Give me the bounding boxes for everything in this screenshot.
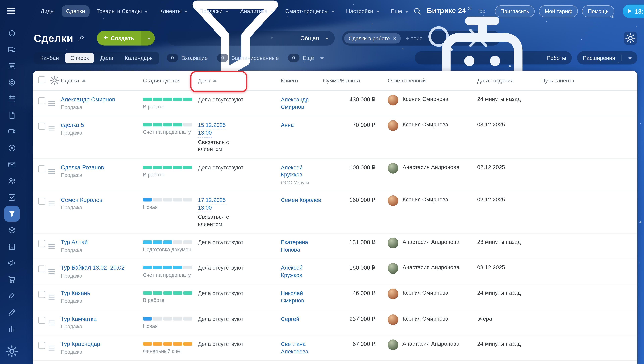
topnav-item[interactable]: Сделки xyxy=(62,5,90,17)
sidebar-item-inventory[interactable] xyxy=(4,222,20,238)
deal-name-link[interactable]: Тур Казань xyxy=(61,290,143,297)
grid-settings-gear-icon[interactable] xyxy=(49,74,61,86)
create-button[interactable]: + Создать xyxy=(97,31,141,46)
view-tab[interactable]: Список xyxy=(65,53,94,63)
pulse-icon[interactable] xyxy=(477,7,486,15)
sidebar-item-mail[interactable] xyxy=(4,157,20,172)
table-row[interactable]: Тур Казань Продажа В работе Дела отсутст… xyxy=(33,284,637,310)
column-header-deal[interactable]: Сделка xyxy=(61,78,143,84)
view-tab[interactable]: Календарь xyxy=(119,53,158,63)
page-settings-button[interactable] xyxy=(624,32,637,45)
drag-handle-icon[interactable] xyxy=(49,269,55,274)
row-checkbox[interactable] xyxy=(38,240,45,247)
brand-logo[interactable]: Битрикс 24 xyxy=(427,7,472,15)
client-link[interactable]: Николай Смирнов xyxy=(281,290,323,304)
stage-progress-bar[interactable] xyxy=(143,292,192,295)
responsible-cell[interactable]: Ксения Смирнова xyxy=(376,91,476,111)
column-header-client-path[interactable]: Путь клиента xyxy=(540,78,637,84)
view-tab[interactable]: Канбан xyxy=(35,53,64,63)
hamburger-menu-icon[interactable] xyxy=(7,8,15,14)
stage-progress-bar[interactable] xyxy=(143,317,192,320)
search-icon[interactable] xyxy=(413,6,422,16)
topnav-item[interactable]: Продажи xyxy=(195,5,233,17)
table-row[interactable]: сделка 5 Продажа Счёт на предоплату 15.1… xyxy=(33,116,637,159)
responsible-cell[interactable]: Анастасия Андронова xyxy=(376,159,476,179)
sidebar-item-docs[interactable] xyxy=(4,108,20,123)
table-row[interactable]: Семен Королев Продажа Новая 17.12.202513… xyxy=(33,191,637,234)
sidebar-item-design[interactable] xyxy=(4,304,20,320)
sidebar-item-sites[interactable] xyxy=(4,239,20,254)
deal-name-link[interactable]: Семен Королев xyxy=(61,196,143,204)
sidebar-item-target[interactable] xyxy=(4,75,20,90)
sidebar-item-sign[interactable] xyxy=(4,288,20,304)
row-checkbox[interactable] xyxy=(38,342,45,349)
sidebar-item-people[interactable] xyxy=(4,173,20,189)
drag-handle-icon[interactable] xyxy=(49,320,55,325)
client-link[interactable]: Алексей Кружков xyxy=(281,264,323,279)
client-link[interactable]: Анна xyxy=(281,122,323,129)
row-checkbox[interactable] xyxy=(38,316,45,324)
sidebar-item-settings[interactable] xyxy=(4,344,20,359)
invite-button[interactable]: Пригласить xyxy=(495,5,535,17)
column-header-stage[interactable]: Стадия сделки xyxy=(143,78,198,84)
deal-name-link[interactable]: Тур Краснодар xyxy=(61,341,143,348)
counter[interactable]: 0Ещё xyxy=(288,54,324,62)
column-header-amount[interactable]: Сумма/Валюта xyxy=(323,78,376,84)
timer-button[interactable]: 13:23 xyxy=(622,4,644,18)
topnav-item[interactable]: Товары и Склады xyxy=(92,5,153,17)
counter[interactable]: 0Входящие xyxy=(167,54,208,62)
table-row[interactable]: Тур Алтай Продажа Подготовка докумен Дел… xyxy=(33,234,637,259)
drag-handle-icon[interactable] xyxy=(49,295,55,300)
drag-handle-icon[interactable] xyxy=(49,169,55,174)
robots-button[interactable]: Роботы xyxy=(415,51,572,64)
responsible-cell[interactable]: Ксения Смирнова xyxy=(376,284,476,305)
sidebar-item-feed[interactable] xyxy=(4,58,20,74)
stage-progress-bar[interactable] xyxy=(143,198,192,202)
topnav-item[interactable]: Лиды xyxy=(36,5,59,17)
activity-time-link[interactable]: 13:00 xyxy=(198,130,212,137)
drag-handle-icon[interactable] xyxy=(49,202,55,206)
stage-progress-bar[interactable] xyxy=(143,342,192,346)
deal-name-link[interactable]: Александр Смирнов xyxy=(61,96,143,103)
responsible-cell[interactable]: Ксения Смирнова xyxy=(376,191,476,211)
responsible-cell[interactable]: Анастасия Андронова xyxy=(376,335,476,356)
row-checkbox[interactable] xyxy=(38,123,45,130)
sidebar-item-bi-chart[interactable] xyxy=(4,321,20,336)
column-header-created[interactable]: Дата создания xyxy=(476,78,540,84)
sidebar-item-calendar[interactable] xyxy=(4,91,20,107)
column-header-responsible[interactable]: Ответственный xyxy=(376,78,476,84)
sidebar-item-cart[interactable] xyxy=(4,272,20,287)
table-row[interactable]: Александр Смирнов Продажа В работе Дела … xyxy=(33,91,637,116)
sidebar-item-deals-funnel[interactable] xyxy=(4,206,20,222)
create-dropdown-button[interactable] xyxy=(141,31,155,46)
responsible-cell[interactable]: Анастасия Андронова xyxy=(376,259,476,279)
table-row[interactable]: Тур Камчатка Продажа Новая Дела отсутств… xyxy=(33,310,637,335)
topnav-item[interactable]: Клиенты xyxy=(155,5,192,17)
sidebar-item-marketing[interactable] xyxy=(4,255,20,271)
sidebar-item-video[interactable] xyxy=(4,124,20,140)
client-link[interactable]: Екатерина Попова xyxy=(281,239,323,254)
filter-preset-button[interactable]: Общая xyxy=(168,31,335,46)
sidebar-item-copilot[interactable] xyxy=(4,26,20,41)
deal-name-link[interactable]: Тур Байкал 13.02–20.02 xyxy=(61,264,143,272)
drag-handle-icon[interactable] xyxy=(49,244,55,249)
column-header-client[interactable]: Клиент xyxy=(281,78,323,84)
extensions-button[interactable]: Расширения xyxy=(577,51,637,64)
responsible-cell[interactable]: Ксения Смирнова xyxy=(376,310,476,330)
stage-progress-bar[interactable] xyxy=(143,266,192,270)
row-checkbox[interactable] xyxy=(38,266,45,273)
client-link[interactable]: Семен Королев xyxy=(281,196,323,204)
activity-date-link[interactable]: 15.12.2025 xyxy=(198,122,226,130)
filter-chip[interactable]: Сделки в работе × xyxy=(344,33,401,43)
deal-name-link[interactable]: Сделка Розанов xyxy=(61,164,143,171)
table-row[interactable]: Тур Мурманск Продажа Финальный счёт Дела… xyxy=(33,361,637,364)
topnav-item[interactable]: Смарт-процессы xyxy=(281,5,339,17)
activity-time-link[interactable]: 13:00 xyxy=(198,204,212,212)
client-link[interactable]: Сергей xyxy=(281,316,323,322)
responsible-cell[interactable]: Ксения Смирнова xyxy=(376,116,476,136)
sidebar-item-tasks[interactable] xyxy=(4,190,20,205)
table-row[interactable]: Сделка Розанов Продажа В работе Дела отс… xyxy=(33,159,637,191)
client-link[interactable]: Светлана Алексеева xyxy=(281,341,323,355)
search-input[interactable] xyxy=(405,35,423,42)
stage-progress-bar[interactable] xyxy=(143,166,192,169)
